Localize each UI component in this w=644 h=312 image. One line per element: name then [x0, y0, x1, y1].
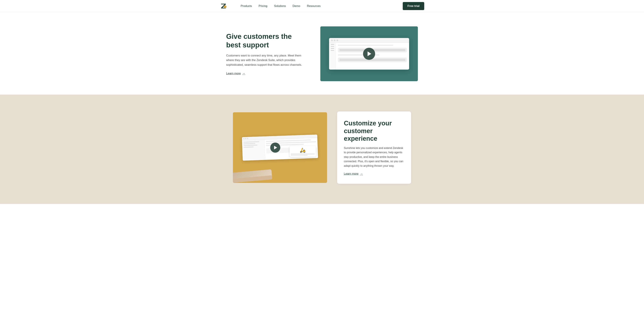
customize-learn-more-link[interactable]: Learn more → — [344, 172, 363, 176]
section-support: Give customers the best support Customer… — [0, 13, 644, 95]
mock-sidebar — [329, 43, 336, 70]
support-body: Customers want to connect any time, any … — [226, 53, 307, 67]
navbar: Products Pricing Solutions Demo Resource… — [0, 0, 644, 12]
customize-text-block: Customize your customer experience Sunsh… — [337, 112, 411, 184]
page-content: Give customers the best support Customer… — [0, 13, 644, 204]
customize-dot-3 — [247, 138, 248, 139]
customize-heading: Customize your customer experience — [344, 120, 404, 142]
support-text-block: Give customers the best support Customer… — [226, 32, 307, 75]
support-heading: Give customers the best support — [226, 32, 307, 49]
mock-sidebar-icon-4 — [331, 50, 334, 51]
customize-dot-1 — [243, 138, 244, 139]
hand-image — [233, 169, 272, 183]
customize-visual: 🛵 — [233, 112, 327, 183]
section-customize-wrapper: 🛵 — [0, 95, 644, 204]
customize-card: Customize your customer experience Sunsh… — [337, 112, 411, 184]
mock-chat-line-4 — [340, 60, 406, 61]
mock-sidebar-icon-2 — [331, 46, 334, 47]
customize-play-triangle-icon — [274, 146, 277, 150]
nav-link-pricing[interactable]: Pricing — [258, 4, 267, 8]
nav-links: Products Pricing Solutions Demo Resource… — [240, 4, 395, 8]
customize-side-line-1 — [244, 141, 259, 142]
support-visual — [320, 26, 418, 81]
mock-dot-3 — [336, 40, 338, 41]
nav-link-demo[interactable]: Demo — [292, 4, 300, 8]
mock-chat-line-3 — [340, 59, 406, 60]
customize-learn-more-arrow-icon: → — [360, 172, 363, 176]
scooter-lines — [291, 154, 314, 156]
customize-learn-more-label: Learn more — [344, 172, 358, 176]
support-play-button[interactable] — [363, 48, 375, 60]
nav-link-products[interactable]: Products — [240, 4, 252, 8]
customize-side-line-4 — [244, 146, 254, 148]
mock-sidebar-icon-1 — [331, 44, 334, 45]
scooter-line-2 — [291, 155, 308, 156]
play-triangle-icon — [368, 52, 371, 56]
customize-side-line-2 — [244, 143, 256, 144]
support-learn-more-link[interactable]: Learn more → — [226, 72, 245, 75]
nav-link-resources[interactable]: Resources — [307, 4, 320, 8]
logo[interactable] — [220, 3, 227, 9]
customize-image-container[interactable]: 🛵 — [233, 112, 327, 183]
mock-sidebar-icon-3 — [331, 48, 334, 49]
free-trial-button[interactable]: Free trial — [403, 2, 424, 10]
customize-play-button[interactable] — [270, 142, 280, 153]
support-learn-more-label: Learn more — [226, 72, 241, 75]
mock-line-1 — [338, 45, 393, 46]
scooter-line-1 — [291, 154, 314, 154]
customize-body: Sunshine lets you customize and extend Z… — [344, 146, 404, 168]
support-video-thumbnail[interactable] — [320, 26, 418, 81]
support-learn-more-arrow-icon: → — [242, 72, 245, 75]
customize-side-line-3 — [244, 145, 257, 146]
customize-dot-2 — [245, 138, 246, 139]
mock-dot-2 — [334, 40, 336, 41]
section-customize: 🛵 — [0, 105, 644, 190]
customize-mockup-sidebar — [242, 140, 265, 161]
scooter-card: 🛵 — [290, 146, 316, 157]
nav-link-solutions[interactable]: Solutions — [274, 4, 286, 8]
mock-topbar — [329, 38, 409, 43]
scooter-icon: 🛵 — [291, 148, 314, 153]
hand-fingers — [233, 175, 272, 183]
mock-dot-1 — [331, 40, 333, 41]
svg-point-0 — [224, 6, 226, 8]
